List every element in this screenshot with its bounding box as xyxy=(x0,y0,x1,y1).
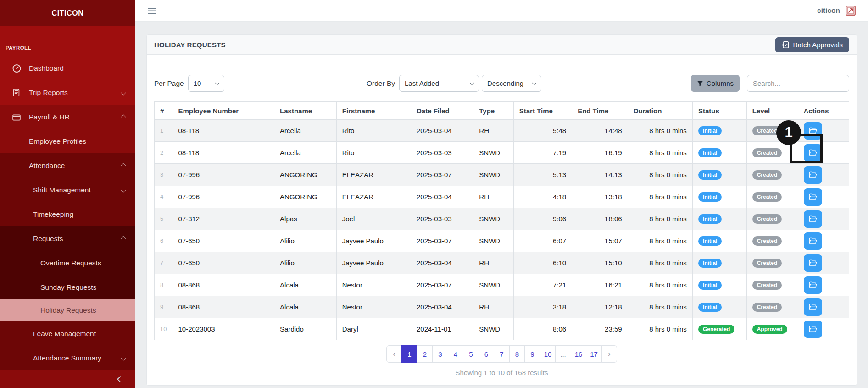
cell-status: Initial xyxy=(692,296,746,318)
table-row: 607-650AlilioJayvee Paulo2025-03-07SNWD6… xyxy=(155,230,849,252)
next-page-button[interactable]: › xyxy=(601,345,618,363)
sidebar-item-requests[interactable]: Requests xyxy=(0,226,135,251)
view-request-button[interactable] xyxy=(804,254,822,272)
chevron-down-icon xyxy=(470,80,474,85)
cell-firstname: ELEAZAR xyxy=(336,186,411,208)
sidebar-item-attendance-summary[interactable]: Attendance Summary xyxy=(0,346,135,370)
column-header-level: Level xyxy=(746,102,798,120)
brand-text: CITICON xyxy=(52,9,84,17)
cell-firstname: Nestor xyxy=(336,274,411,296)
order-by-select[interactable]: Last Added xyxy=(399,75,479,92)
column-header-actions: Actions xyxy=(798,102,849,120)
page-3[interactable]: 3 xyxy=(432,345,448,363)
level-badge: Created xyxy=(752,259,782,268)
cell-num: 7 xyxy=(155,252,172,274)
cell-start_time: 9:06 xyxy=(513,208,572,230)
page-10[interactable]: 10 xyxy=(540,345,556,363)
view-request-button[interactable] xyxy=(804,188,822,206)
page-17[interactable]: 17 xyxy=(586,345,602,363)
cell-end_time: 12:18 xyxy=(572,296,628,318)
table-controls: Per Page 10 Order By Last Added Descendi… xyxy=(154,75,849,92)
cell-employee_number: 07-650 xyxy=(172,252,274,274)
view-request-button[interactable] xyxy=(804,166,822,184)
sidebar-item-payroll-hr[interactable]: Payroll & HR xyxy=(0,105,135,129)
cell-end_time: 14:13 xyxy=(572,164,628,186)
column-header-num: # xyxy=(155,102,172,120)
cell-firstname: Rito xyxy=(336,142,411,164)
sidebar-item-label: Overtime Requests xyxy=(40,259,101,267)
view-request-button[interactable] xyxy=(804,210,822,228)
page-4[interactable]: 4 xyxy=(448,345,464,363)
view-request-button[interactable] xyxy=(804,232,822,250)
results-summary: Showing 1 to 10 of 168 results xyxy=(147,369,857,385)
sidebar-item-label: Trip Reports xyxy=(29,89,68,97)
cell-firstname: Joel xyxy=(336,208,411,230)
column-header-type: Type xyxy=(473,102,513,120)
card-header: HOLIDAY REQUESTS Batch Approvals xyxy=(147,35,857,55)
chevron-up-icon xyxy=(121,236,126,241)
table-row: 108-118ArcellaRito2025-03-04RH5:4814:488… xyxy=(155,120,849,142)
cell-lastname: Alcala xyxy=(274,296,337,318)
view-request-button[interactable] xyxy=(804,276,822,294)
per-page-select[interactable]: 10 xyxy=(188,75,224,92)
sidebar-item-attendance[interactable]: Attendance xyxy=(0,153,135,178)
sidebar-item-shift-management[interactable]: Shift Management xyxy=(0,178,135,202)
sidebar-collapse-button[interactable] xyxy=(0,370,135,388)
sidebar-item-overtime-requests[interactable]: Overtime Requests xyxy=(0,251,135,275)
cell-num: 3 xyxy=(155,164,172,186)
page-5[interactable]: 5 xyxy=(463,345,479,363)
page-7[interactable]: 7 xyxy=(494,345,510,363)
sidebar-item-holiday-requests[interactable]: Holiday Requests xyxy=(0,299,135,321)
sidebar-item-employee-profiles[interactable]: Employee Profiles xyxy=(0,129,135,153)
page-9[interactable]: 9 xyxy=(524,345,540,363)
sidebar-item-trip-reports[interactable]: Trip Reports xyxy=(0,80,135,105)
cell-lastname: Alilio xyxy=(274,252,337,274)
cell-employee_number: 07-650 xyxy=(172,230,274,252)
cell-status: Initial xyxy=(692,274,746,296)
sidebar-item-label: Dashboard xyxy=(29,64,64,73)
level-badge: Approved xyxy=(752,325,787,334)
sidebar-section-label: PAYROLL xyxy=(0,26,135,56)
page-2[interactable]: 2 xyxy=(417,345,433,363)
level-badge: Created xyxy=(752,192,782,202)
page-8[interactable]: 8 xyxy=(509,345,525,363)
cell-date_filed: 2025-03-04 xyxy=(411,186,473,208)
topbar-user: citicon xyxy=(817,5,857,17)
cell-end_time: 16:21 xyxy=(572,274,628,296)
order-direction-select[interactable]: Descending xyxy=(482,75,541,92)
hamburger-menu-icon[interactable] xyxy=(147,7,156,14)
sidebar-item-leave-management[interactable]: Leave Management xyxy=(0,321,135,346)
page-1[interactable]: 1 xyxy=(401,345,417,363)
cell-status: Generated xyxy=(692,318,746,340)
cell-type: SNWD xyxy=(473,230,513,252)
cell-num: 6 xyxy=(155,230,172,252)
cell-level: Created xyxy=(746,186,798,208)
page-6[interactable]: 6 xyxy=(479,345,495,363)
level-badge: Created xyxy=(752,170,782,180)
topbar: citicon xyxy=(135,0,868,22)
main-area: citicon HOLIDAY REQUESTS Batch Approvals… xyxy=(135,0,868,388)
columns-button[interactable]: Columns xyxy=(691,75,740,92)
cell-lastname: Sardido xyxy=(274,318,337,340)
cell-duration: 8 hrs 0 mins xyxy=(628,318,692,340)
sidebar-item-timekeeping[interactable]: Timekeeping xyxy=(0,202,135,226)
folder-open-icon xyxy=(809,281,817,288)
view-request-button[interactable] xyxy=(804,298,822,316)
cell-num: 4 xyxy=(155,186,172,208)
batch-approvals-button[interactable]: Batch Approvals xyxy=(775,37,849,52)
table-header-row: #Employee NumberLastnameFirstnameDate Fi… xyxy=(155,102,849,120)
search-input[interactable] xyxy=(747,75,849,92)
citicon-logo-icon[interactable] xyxy=(845,5,857,17)
cell-duration: 8 hrs 0 mins xyxy=(628,164,692,186)
cell-duration: 8 hrs 0 mins xyxy=(628,186,692,208)
sidebar-item-label: Sunday Requests xyxy=(40,283,96,292)
view-request-button[interactable] xyxy=(804,321,822,338)
cell-date_filed: 2025-03-03 xyxy=(411,208,473,230)
page-16[interactable]: 16 xyxy=(571,345,587,363)
sidebar-item-sunday-requests[interactable]: Sunday Requests xyxy=(0,275,135,299)
cell-start_time: 4:18 xyxy=(513,186,572,208)
prev-page-button[interactable]: ‹ xyxy=(386,345,402,363)
sidebar-item-dashboard[interactable]: Dashboard xyxy=(0,56,135,80)
cell-start_time: 7:21 xyxy=(513,274,572,296)
journal-check-icon xyxy=(782,41,790,49)
